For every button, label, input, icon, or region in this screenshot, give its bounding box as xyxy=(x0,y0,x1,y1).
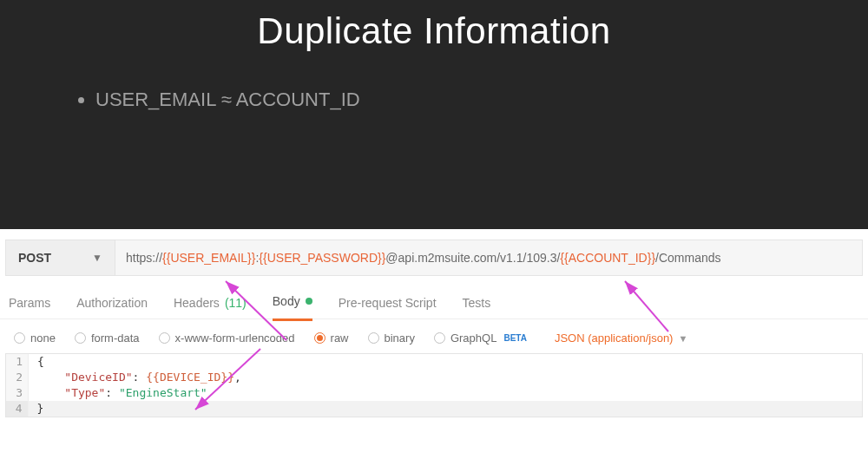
tab-headers-label: Headers xyxy=(174,296,220,310)
url-text: https:// xyxy=(126,251,162,265)
radio-label: GraphQL xyxy=(450,332,496,345)
line-number: 3 xyxy=(6,385,29,401)
radio-xwww[interactable]: x-www-form-urlencoded xyxy=(159,332,295,345)
http-method-value: POST xyxy=(18,251,51,265)
radio-graphql[interactable]: GraphQLBETA xyxy=(434,332,527,345)
editor-line: "Type": "EngineStart" xyxy=(29,385,207,401)
radio-label: binary xyxy=(385,332,415,345)
request-url-input[interactable]: https://{{USER_EMAIL}}:{{USER_PASSWORD}}… xyxy=(115,251,862,265)
radio-icon xyxy=(368,332,379,344)
url-text: /Commands xyxy=(655,251,720,265)
content-type-dropdown[interactable]: JSON (application/json) ▼ xyxy=(555,332,687,345)
line-number: 1 xyxy=(6,354,29,370)
radio-icon xyxy=(75,332,86,344)
beta-badge: BETA xyxy=(503,333,526,343)
content-type-value: JSON (application/json) xyxy=(555,332,674,345)
request-tabs: Params Authorization Headers (11) Body P… xyxy=(0,276,868,319)
tab-tests[interactable]: Tests xyxy=(463,296,491,320)
tab-params[interactable]: Params xyxy=(9,296,50,320)
radio-label: form-data xyxy=(91,332,140,345)
editor-line: { xyxy=(29,354,44,370)
line-number: 4 xyxy=(6,401,29,417)
url-text: @api.m2msuite.com/v1.1/109.3/ xyxy=(385,251,560,265)
json-key: "DeviceID" xyxy=(64,371,132,384)
json-string: "EngineStart" xyxy=(119,386,207,399)
radio-none[interactable]: none xyxy=(14,332,56,345)
url-var-account-id: {{ACCOUNT_ID}} xyxy=(560,251,655,265)
url-var-user-email: {{USER_EMAIL}} xyxy=(162,251,255,265)
request-bar: POST ▼ https://{{USER_EMAIL}}:{{USER_PAS… xyxy=(5,240,863,276)
slide-bullet-1: USER_EMAIL ≈ ACCOUNT_ID xyxy=(95,89,868,111)
body-type-options: none form-data x-www-form-urlencoded raw… xyxy=(0,319,868,353)
radio-icon xyxy=(159,332,170,344)
editor-line: } xyxy=(29,401,863,417)
tab-body-indicator-icon xyxy=(306,298,312,305)
body-editor[interactable]: 1 { 2 "DeviceID": {{DEVICE_ID}}, 3 "Type… xyxy=(5,353,863,417)
chevron-down-icon: ▼ xyxy=(678,333,687,344)
tab-prerequest[interactable]: Pre-request Script xyxy=(339,296,437,320)
json-sep: : xyxy=(105,386,119,399)
json-key: "Type" xyxy=(64,386,105,399)
json-variable: {{DEVICE_ID}} xyxy=(146,371,234,384)
slide-dark-area: Duplicate Information USER_EMAIL ≈ ACCOU… xyxy=(0,0,868,229)
chevron-down-icon: ▼ xyxy=(92,252,102,264)
radio-binary[interactable]: binary xyxy=(368,332,415,345)
line-number: 2 xyxy=(6,370,29,385)
tab-headers-count: (11) xyxy=(225,296,247,310)
postman-panel: POST ▼ https://{{USER_EMAIL}}:{{USER_PAS… xyxy=(0,236,868,453)
slide-title: Duplicate Information xyxy=(0,10,868,52)
radio-label: raw xyxy=(331,332,349,345)
radio-icon xyxy=(14,332,25,344)
radio-icon xyxy=(314,332,326,344)
radio-label: none xyxy=(30,332,56,345)
tab-body-label: Body xyxy=(273,294,300,308)
http-method-dropdown[interactable]: POST ▼ xyxy=(6,240,115,275)
slide-bullets: USER_EMAIL ≈ ACCOUNT_ID xyxy=(95,89,868,111)
url-var-user-password: {{USER_PASSWORD}} xyxy=(259,251,385,265)
tab-headers[interactable]: Headers (11) xyxy=(174,296,247,320)
radio-label: x-www-form-urlencoded xyxy=(175,332,295,345)
radio-icon xyxy=(434,332,445,344)
tab-authorization[interactable]: Authorization xyxy=(76,296,148,320)
editor-line: "DeviceID": {{DEVICE_ID}}, xyxy=(29,370,241,385)
tab-body[interactable]: Body xyxy=(273,294,312,321)
json-sep: : xyxy=(133,371,147,384)
radio-form-data[interactable]: form-data xyxy=(75,332,140,345)
radio-raw[interactable]: raw xyxy=(314,332,349,345)
json-sep: , xyxy=(234,371,241,384)
